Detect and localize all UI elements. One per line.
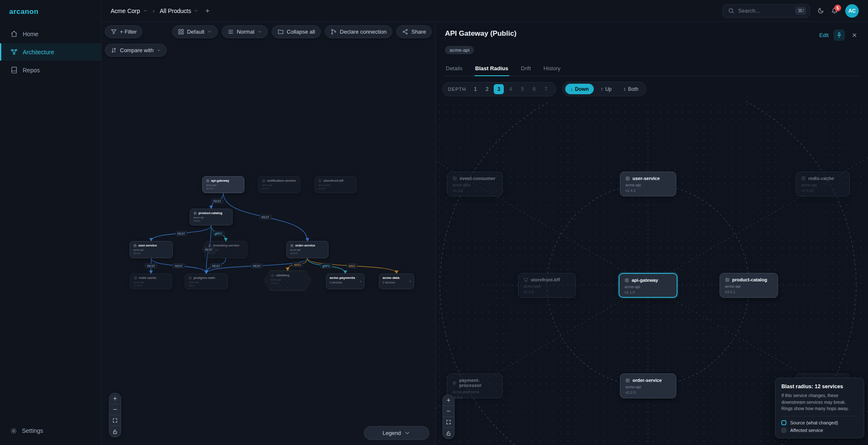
- fit-icon: [112, 418, 118, 423]
- blast-node-storefront-bff[interactable]: storefront-bffacme-webv1.2.0: [518, 273, 576, 298]
- sidebar-item-repos[interactable]: Repos: [0, 61, 101, 79]
- layout-select[interactable]: Default: [172, 25, 218, 38]
- graph-node-storefront-bff[interactable]: storefront-bffacme-webv1.2.0: [315, 176, 357, 193]
- node-version: v1.2.0: [318, 187, 353, 190]
- database-icon: [801, 176, 806, 181]
- breadcrumb-item[interactable]: Acme Corp: [111, 8, 148, 14]
- lock-button[interactable]: [443, 428, 454, 439]
- edge-protocol-label: REST: [211, 199, 223, 203]
- direction-label: Up: [605, 86, 611, 92]
- blast-node-api-gateway[interactable]: api-gatewayacme-apiv2.1.0: [619, 273, 677, 298]
- blast-node-event-consumer[interactable]: event-consumeracme-datav1.3.0: [447, 172, 503, 196]
- filter-label: + Filter: [120, 29, 137, 35]
- depth-option-4[interactable]: 4: [505, 84, 516, 94]
- theme-toggle-button[interactable]: [818, 8, 824, 14]
- depth-option-6[interactable]: 6: [529, 84, 539, 94]
- breadcrumb-item[interactable]: All Products: [160, 8, 199, 14]
- node-version: v1.2.0: [524, 290, 570, 294]
- repos-icon: [11, 66, 18, 74]
- tab-blast-radius[interactable]: Blast Radius: [474, 62, 509, 76]
- collapse-all-label: Collapse all: [287, 29, 315, 35]
- sidebar-item-architecture[interactable]: Architecture: [0, 43, 101, 61]
- zoom-in-button[interactable]: [109, 393, 121, 404]
- avatar[interactable]: AC: [845, 4, 859, 18]
- close-button[interactable]: ✕: [850, 31, 859, 40]
- queue-icon: [271, 274, 274, 277]
- density-select[interactable]: Normal: [222, 25, 268, 38]
- blast-radius-canvas[interactable]: event-consumeracme-datav1.3.0user-servic…: [436, 101, 868, 445]
- graph-canvas[interactable]: RESTRESTRESTgRPCRESTRESTRESTRESTRESTMSGg…: [101, 22, 435, 445]
- depth-option-1[interactable]: 1: [470, 84, 480, 94]
- graph-node-acme-data[interactable]: acme-data2 services›: [379, 273, 414, 289]
- compare-icon: [111, 47, 117, 53]
- graph-node-order-service[interactable]: order-serviceacme-apiv2.2.0: [286, 241, 328, 258]
- filter-button[interactable]: + Filter: [105, 25, 143, 38]
- zoom-out-button[interactable]: [109, 404, 121, 415]
- node-version: v2.2.0: [290, 252, 325, 254]
- chevron-down-icon: [404, 430, 410, 436]
- depth-option-7[interactable]: 7: [541, 84, 551, 94]
- direction-down-button[interactable]: ↓Down: [565, 84, 594, 94]
- node-version: v2.0.0: [453, 395, 497, 400]
- graph-node-user-service[interactable]: user-serviceacme-apiv1.4.2: [130, 241, 173, 258]
- blast-node-product-catalog[interactable]: product-catalogacme-apiv3.0.1: [720, 273, 778, 298]
- graph-node-notification-service[interactable]: notification-serviceacme-apiv1.0.3: [258, 176, 300, 193]
- node-title: acme-payments: [330, 276, 355, 280]
- zoom-in-button[interactable]: [443, 395, 454, 406]
- graph-node-rabbitmq[interactable]: rabbitmqacme-apiv3.12.1: [263, 270, 312, 291]
- node-version: v3.0.1: [193, 220, 229, 222]
- blast-node-payment-processor[interactable]: payment-processoracme-paymentsv2.0.0: [447, 373, 503, 398]
- service-icon: [625, 278, 629, 283]
- pin-button[interactable]: [834, 29, 845, 41]
- graph-node-api-gateway[interactable]: api-gatewayacme-apiv2.1.0: [202, 176, 244, 193]
- graph-node-acme-payments[interactable]: acme-payments2 services›: [326, 273, 365, 289]
- legend-button[interactable]: Legend: [364, 426, 429, 440]
- service-icon: [133, 244, 137, 247]
- graph-node-redis-cache[interactable]: redis-cacheacme-apiv7.0.12: [130, 273, 172, 289]
- depth-option-5[interactable]: 5: [517, 84, 527, 94]
- density-label: Normal: [237, 29, 254, 35]
- zoom-out-button[interactable]: [443, 406, 454, 417]
- edge-protocol-label: gRPC: [320, 264, 333, 268]
- depth-option-3[interactable]: 3: [494, 84, 504, 94]
- collapse-all-button[interactable]: Collapse all: [272, 25, 321, 38]
- direction-up-button[interactable]: ↑Up: [595, 84, 617, 94]
- blast-node-user-service[interactable]: user-serviceacme-apiv1.4.2: [620, 172, 676, 196]
- share-button[interactable]: Share: [396, 25, 432, 38]
- graph-node-inventory-service[interactable]: inventory-serviceacme-apiv1.1.0: [204, 241, 247, 258]
- search-input[interactable]: Search... ⌘/: [722, 4, 810, 18]
- fit-view-button[interactable]: [443, 417, 454, 428]
- node-subtitle: acme-api: [625, 183, 671, 187]
- blast-node-redis-cache[interactable]: redis-cacheacme-apiv7.0.12: [796, 172, 850, 196]
- chevron-down-icon: [156, 48, 161, 53]
- depth-option-2[interactable]: 2: [482, 84, 492, 94]
- fit-view-button[interactable]: [109, 415, 121, 426]
- search-placeholder: Search...: [738, 8, 791, 14]
- service-detail-panel: API Gateway (Public) Edit ✕ acme-api Det…: [436, 22, 868, 445]
- sidebar-item-settings[interactable]: Settings: [0, 422, 101, 439]
- blast-node-order-service[interactable]: order-serviceacme-apiv2.2.0: [620, 373, 676, 398]
- tab-drift[interactable]: Drift: [520, 62, 532, 76]
- notifications-button[interactable]: 5: [831, 8, 838, 14]
- edit-button[interactable]: Edit: [819, 32, 828, 38]
- node-version: v3.0.1: [725, 290, 773, 294]
- sidebar-item-label: Architecture: [23, 49, 54, 56]
- lock-button[interactable]: [109, 426, 121, 437]
- edge-protocol-label: REST: [175, 231, 187, 236]
- add-view-button[interactable]: +: [204, 7, 211, 15]
- declare-connection-button[interactable]: Declare connection: [325, 25, 392, 38]
- database-icon: [134, 276, 137, 280]
- blast-radius-tooltip: Blast radius: 12 services If this servic…: [775, 378, 864, 438]
- node-subtitle: acme-api: [625, 385, 671, 389]
- sidebar-item-home[interactable]: Home: [0, 25, 101, 42]
- graph-node-product-catalog[interactable]: product-catalogacme-apiv3.0.1: [190, 209, 233, 225]
- tab-details[interactable]: Details: [445, 62, 463, 76]
- node-subtitle: acme-api: [188, 281, 224, 283]
- node-title: order-service: [632, 378, 662, 383]
- graph-node-postgres-main[interactable]: postgres-mainacme-apiv15.3: [185, 273, 228, 289]
- monitor-icon: [524, 278, 528, 282]
- tab-history[interactable]: History: [542, 62, 561, 76]
- node-title: redis-cache: [139, 276, 156, 280]
- compare-with-select[interactable]: Compare with: [105, 44, 167, 57]
- direction-both-button[interactable]: ↕Both: [618, 84, 643, 94]
